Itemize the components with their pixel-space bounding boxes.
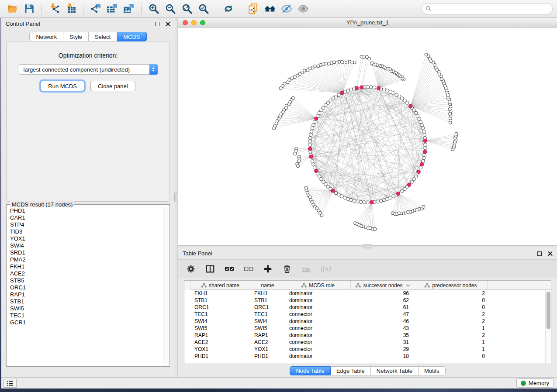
panel-splitter[interactable] <box>175 18 178 377</box>
table-splitter[interactable] <box>178 245 557 248</box>
first-neighbors-button[interactable] <box>263 2 277 16</box>
export-image-button[interactable] <box>121 2 136 16</box>
table-row[interactable]: STB1STB1dominator620 <box>184 297 551 304</box>
mcds-result-item[interactable]: GCR1 <box>7 319 163 326</box>
table-row[interactable]: FKH1FKH1dominator962 <box>184 290 551 297</box>
tab-network[interactable]: Network <box>29 32 63 41</box>
columns-icon <box>205 264 215 274</box>
tab-motifs[interactable]: Motifs <box>419 366 446 375</box>
select-stepper-icon <box>149 64 158 75</box>
control-panel-tabs: NetworkStyleSelectMCDS <box>1 32 175 41</box>
save-session-button[interactable] <box>22 2 37 16</box>
import-table-button[interactable] <box>63 2 78 16</box>
mcds-result-item[interactable]: FKH1 <box>7 263 163 270</box>
gear-icon <box>186 264 196 274</box>
network-from-selection-button[interactable] <box>246 2 261 16</box>
float-panel-button[interactable] <box>154 21 161 28</box>
zoom-fit-button[interactable] <box>180 2 194 16</box>
export-network-button[interactable] <box>88 2 103 16</box>
mcds-result-item[interactable]: SWI5 <box>7 305 163 312</box>
table-row[interactable]: YOX1YOX1connector291 <box>184 346 551 353</box>
table-splitter-grip[interactable] <box>363 244 372 248</box>
export-table-button[interactable] <box>105 2 120 16</box>
toolbar-separator <box>42 3 42 15</box>
mcds-result-item[interactable]: RAP1 <box>7 291 163 298</box>
zoom-out-button[interactable] <box>163 2 178 16</box>
mcds-result-item[interactable]: YOX1 <box>7 235 163 242</box>
table-panel-title: Table Panel <box>183 250 212 257</box>
columns-button[interactable] <box>205 263 215 275</box>
table-row[interactable]: RAP1RAP1dominator352 <box>184 332 551 339</box>
mcds-result-item[interactable]: SWI4 <box>7 242 163 249</box>
mcds-list-scrollbar[interactable] <box>163 207 169 366</box>
mcds-result-list: PHD1CAR1STP4TID3YOX1SWI4SRD1PMA2FKH1ACE2… <box>7 207 163 366</box>
zoom-in-button[interactable] <box>146 2 161 16</box>
mcds-result-item[interactable]: SRD1 <box>7 249 163 256</box>
shared-column-icon <box>424 282 430 288</box>
table-row[interactable]: SWI5SWI5connector431 <box>184 325 551 332</box>
apply-layout-button[interactable] <box>221 2 236 16</box>
column-header-successor-nodes[interactable]: successor nodes <box>351 281 414 290</box>
mcds-result-item[interactable]: ACE2 <box>7 270 163 277</box>
mcds-result-item[interactable]: CAR1 <box>7 214 163 221</box>
tab-style[interactable]: Style <box>63 32 89 41</box>
criterion-select[interactable]: largest connected component (undirected) <box>19 64 158 75</box>
mcds-result-item[interactable]: STB1 <box>7 298 163 305</box>
memory-button[interactable]: Memory <box>516 378 554 388</box>
mcds-result-item[interactable]: STP4 <box>7 221 163 228</box>
cytoscape-window: Control Panel NetworkStyleSelectMCDS Opt… <box>0 0 557 389</box>
select-all-rows-button[interactable] <box>225 263 234 275</box>
task-history-button[interactable] <box>3 379 17 388</box>
column-header-shared-name[interactable]: shared name <box>190 281 250 290</box>
export-network-icon <box>90 3 101 14</box>
close-panel-button[interactable] <box>164 21 171 28</box>
gear-button[interactable] <box>186 263 196 275</box>
run-mcds-button[interactable]: Run MCDS <box>41 81 84 91</box>
mcds-result-item[interactable]: TID3 <box>7 228 163 235</box>
column-header-MCDS-role[interactable]: MCDS role <box>285 281 351 290</box>
splitter-grip[interactable] <box>174 193 178 202</box>
tab-network-table[interactable]: Network Table <box>371 366 419 375</box>
table-scrollbar[interactable] <box>545 290 551 364</box>
close-mcds-panel-button[interactable]: Close panel <box>90 81 135 91</box>
tab-edge-table[interactable]: Edge Table <box>331 366 371 375</box>
column-header-predecessor-nodes[interactable]: predecessor nodes <box>414 281 488 290</box>
close-icon <box>166 21 170 26</box>
deselect-all-rows-button[interactable] <box>244 263 253 275</box>
hide-selected-icon <box>281 3 292 14</box>
network-canvas[interactable] <box>178 28 557 245</box>
node-table: shared namenameMCDS rolesuccessor nodesp… <box>184 280 551 364</box>
table-row[interactable]: TEC1TEC1connector472 <box>184 311 551 318</box>
tab-mcds[interactable]: MCDS <box>117 32 146 41</box>
delete-table-icon <box>301 264 311 274</box>
close-table-panel-button[interactable] <box>547 250 554 257</box>
table-scrollbar-thumb[interactable] <box>547 292 550 329</box>
table-row[interactable]: ORC1ORC1dominator610 <box>184 304 551 311</box>
column-header-name[interactable]: name <box>250 281 285 290</box>
search-input[interactable] <box>422 3 553 14</box>
mcds-result-item[interactable]: PMA2 <box>7 256 163 263</box>
open-file-button[interactable] <box>5 2 20 16</box>
tab-select[interactable]: Select <box>89 32 117 41</box>
zoom-fit-icon <box>181 3 193 14</box>
save-session-icon <box>24 3 35 14</box>
table-row[interactable]: ACE2ACE2connector311 <box>184 339 551 346</box>
zoom-selected-button[interactable] <box>196 2 211 16</box>
float-table-panel-button[interactable] <box>536 250 543 257</box>
mcds-result-item[interactable]: PHD1 <box>7 207 163 214</box>
select-all-rows-icon <box>225 264 234 274</box>
mcds-result-item[interactable]: STB5 <box>7 277 163 284</box>
table-row[interactable]: SWI4SWI4dominator462 <box>184 318 551 325</box>
tab-node-table[interactable]: Node Table <box>290 366 331 375</box>
toolbar-separator <box>141 3 142 15</box>
trash-button[interactable] <box>282 263 292 275</box>
network-graph[interactable] <box>178 28 557 245</box>
deselect-all-rows-icon <box>244 264 253 274</box>
mcds-result-item[interactable]: ORC1 <box>7 284 163 291</box>
import-network-button[interactable] <box>47 2 62 16</box>
mcds-result-item[interactable]: TEC1 <box>7 312 163 319</box>
add-button[interactable] <box>263 263 273 275</box>
hide-selected-button[interactable] <box>279 2 294 16</box>
table-row[interactable]: PHD1PHD1dominator180 <box>184 353 551 360</box>
main-toolbar <box>0 0 557 18</box>
